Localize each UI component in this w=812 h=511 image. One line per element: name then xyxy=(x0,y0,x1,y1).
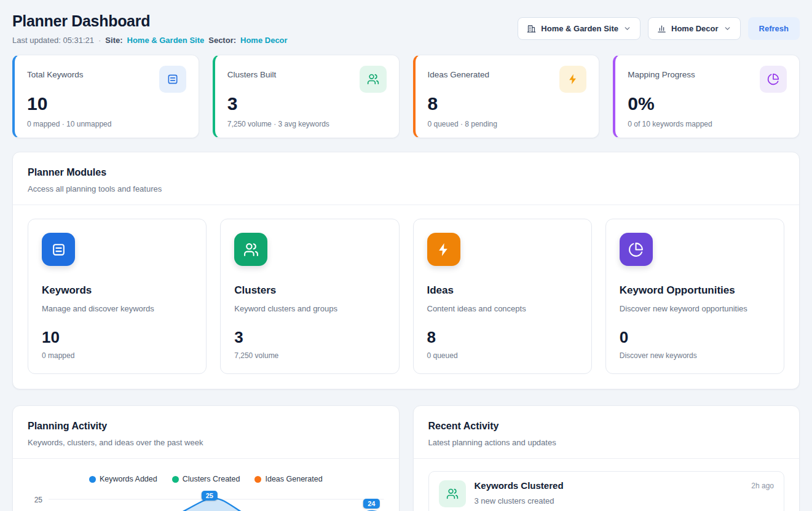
sector-selector-dropdown[interactable]: Home Decor xyxy=(648,17,741,40)
activity-item-keywords-clustered: Keywords Clustered 3 new clusters create… xyxy=(428,471,785,511)
sector-link[interactable]: Home Decor xyxy=(240,36,288,45)
site-selector-label: Home & Garden Site xyxy=(541,24,618,33)
stat-card-clusters-built: Clusters Built 3 7,250 volume · 3 avg ke… xyxy=(213,55,400,138)
module-value: 3 xyxy=(234,328,385,347)
activity-timestamp: 2h ago xyxy=(751,480,774,490)
modules-grid: Keywords Manage and discover keywords 10… xyxy=(28,219,784,374)
planner-dashboard-page: Planner Dashboard Last updated: 05:31:21… xyxy=(0,0,812,511)
module-detail: Discover new keywords xyxy=(620,351,770,360)
module-card-ideas[interactable]: Ideas Content ideas and concepts 8 0 que… xyxy=(413,219,592,374)
legend-label: Clusters Created xyxy=(183,475,240,483)
stat-detail: 0 of 10 keywords mapped xyxy=(628,120,787,128)
stat-card-mapping-progress: Mapping Progress 0% 0 of 10 keywords map… xyxy=(613,55,800,138)
lightning-icon xyxy=(427,233,460,266)
data-point-label: 25 xyxy=(202,491,218,501)
header: Planner Dashboard Last updated: 05:31:21… xyxy=(12,12,800,45)
stat-value: 0% xyxy=(628,93,787,114)
legend-dot-orange xyxy=(254,476,261,483)
module-title: Ideas xyxy=(427,284,578,297)
divider xyxy=(13,458,399,459)
legend-item-keywords-added: Keywords Added xyxy=(89,475,157,483)
bottom-row: Planning Activity Keywords, clusters, an… xyxy=(12,405,800,511)
site-selector-dropdown[interactable]: Home & Garden Site xyxy=(518,17,641,40)
module-description: Keyword clusters and groups xyxy=(234,304,385,313)
divider xyxy=(13,205,799,205)
legend-dot-blue xyxy=(89,476,96,483)
activity-description: 3 new clusters created xyxy=(475,496,743,505)
module-detail: 7,250 volume xyxy=(234,351,385,360)
recent-activity-subtitle: Latest planning actions and updates xyxy=(428,438,785,447)
document-lines-icon xyxy=(42,233,75,266)
module-title: Keywords xyxy=(42,284,192,297)
pie-chart-icon xyxy=(620,233,653,266)
chevron-down-icon xyxy=(723,25,731,33)
stats-row: Total Keywords 10 0 mapped · 10 unmapped… xyxy=(12,55,800,138)
activity-body: Keywords Clustered 3 new clusters create… xyxy=(475,480,743,505)
last-updated-text: Last updated: 05:31:21 xyxy=(12,36,94,45)
divider xyxy=(414,458,800,459)
planning-activity-subtitle: Keywords, clusters, and ideas over the p… xyxy=(28,438,384,447)
module-card-clusters[interactable]: Clusters Keyword clusters and groups 3 7… xyxy=(220,219,399,374)
module-value: 0 xyxy=(620,328,770,347)
header-meta: Last updated: 05:31:21 · Site: Home & Ga… xyxy=(12,36,288,45)
stat-card-ideas-generated: Ideas Generated 8 0 queued · 8 pending xyxy=(413,55,600,138)
modules-title: Planner Modules xyxy=(28,167,784,178)
users-icon xyxy=(360,66,387,93)
stat-detail: 0 mapped · 10 unmapped xyxy=(27,120,186,128)
chart-legend: Keywords Added Clusters Created Ideas Ge… xyxy=(28,475,384,483)
module-description: Discover new keyword opportunities xyxy=(620,304,770,313)
stat-value: 8 xyxy=(428,93,587,114)
users-icon xyxy=(234,233,267,266)
y-axis-tick: 25 xyxy=(28,491,49,511)
site-label: Site: xyxy=(105,36,122,45)
users-icon xyxy=(439,480,466,507)
sector-selector-label: Home Decor xyxy=(671,24,719,33)
refresh-button[interactable]: Refresh xyxy=(748,17,800,40)
stat-label: Mapping Progress xyxy=(628,66,695,79)
legend-label: Ideas Generated xyxy=(265,475,322,483)
legend-dot-green xyxy=(172,476,179,483)
stat-label: Ideas Generated xyxy=(428,66,490,79)
module-description: Manage and discover keywords xyxy=(42,304,192,313)
planner-modules-panel: Planner Modules Access all planning tool… xyxy=(12,152,800,389)
stat-detail: 0 queued · 8 pending xyxy=(428,120,587,128)
module-value: 10 xyxy=(42,328,192,347)
module-value: 8 xyxy=(427,328,578,347)
bar-chart-icon xyxy=(657,24,666,33)
legend-item-ideas-generated: Ideas Generated xyxy=(254,475,322,483)
module-card-keywords[interactable]: Keywords Manage and discover keywords 10… xyxy=(28,219,207,374)
stat-detail: 7,250 volume · 3 avg keywords xyxy=(227,120,387,128)
stat-label: Total Keywords xyxy=(27,66,84,79)
pie-chart-icon xyxy=(760,66,787,93)
chart-plot-area: 25 24 xyxy=(49,491,384,511)
module-detail: 0 queued xyxy=(427,351,578,360)
site-link[interactable]: Home & Garden Site xyxy=(127,36,205,45)
planning-activity-title: Planning Activity xyxy=(28,421,384,432)
legend-label: Keywords Added xyxy=(100,475,157,483)
stat-value: 10 xyxy=(27,93,186,114)
module-card-keyword-opportunities[interactable]: Keyword Opportunities Discover new keywo… xyxy=(605,219,784,374)
building-icon xyxy=(527,24,536,33)
recent-activity-title: Recent Activity xyxy=(428,421,785,432)
header-controls: Home & Garden Site Home Decor Refresh xyxy=(518,17,800,40)
stat-value: 3 xyxy=(227,93,387,114)
data-point-label: 24 xyxy=(363,499,379,509)
legend-item-clusters-created: Clusters Created xyxy=(172,475,240,483)
lightning-icon xyxy=(559,66,586,93)
module-title: Clusters xyxy=(234,284,385,297)
module-detail: 0 mapped xyxy=(42,351,192,360)
chevron-down-icon xyxy=(623,25,631,33)
header-left: Planner Dashboard Last updated: 05:31:21… xyxy=(12,12,288,45)
stat-label: Clusters Built xyxy=(227,66,277,79)
module-title: Keyword Opportunities xyxy=(620,284,770,297)
document-lines-icon xyxy=(159,66,186,93)
activity-title: Keywords Clustered xyxy=(475,480,743,491)
meta-separator: · xyxy=(98,36,101,45)
planning-activity-chart: 25 25 24 xyxy=(28,491,384,511)
module-description: Content ideas and concepts xyxy=(427,304,578,313)
modules-subtitle: Access all planning tools and features xyxy=(28,184,784,193)
recent-activity-panel: Recent Activity Latest planning actions … xyxy=(413,405,800,511)
sector-label: Sector: xyxy=(208,36,236,45)
page-title: Planner Dashboard xyxy=(12,12,288,30)
stat-card-total-keywords: Total Keywords 10 0 mapped · 10 unmapped xyxy=(12,55,199,138)
